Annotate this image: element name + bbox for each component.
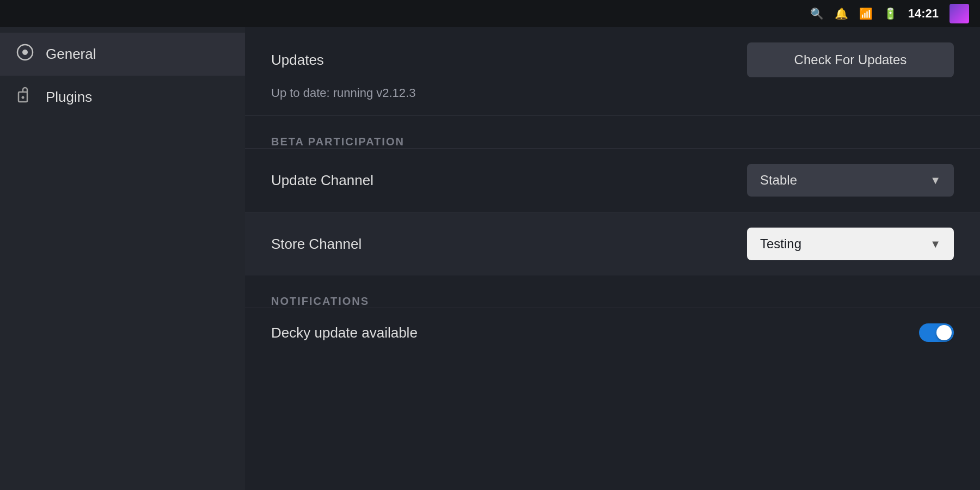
sidebar-item-plugins[interactable]: Plugins [0,76,245,119]
notifications-heading: NOTIFICATIONS [271,295,369,307]
beta-heading: BETA PARTICIPATION [271,136,405,148]
sidebar-item-general[interactable]: General [0,33,245,76]
decky-update-toggle[interactable] [919,323,954,342]
update-status: Up to date: running v2.12.3 [271,86,954,100]
plugins-icon [15,87,35,108]
update-channel-value: Stable [760,173,797,188]
toggle-thumb [936,325,952,340]
wifi-icon: 📶 [859,7,873,20]
store-channel-value: Testing [760,236,801,252]
toggle-track [919,323,954,342]
updates-label: Updates [271,52,324,69]
topbar: 🔍 🔔 📶 🔋 14:21 [0,0,980,27]
main-layout: General Plugins Updates Check For Update… [0,27,980,490]
updates-row: Updates Check For Updates [271,42,954,77]
notification-icon[interactable]: 🔔 [835,7,848,20]
search-icon[interactable]: 🔍 [810,7,824,20]
sidebar-label-plugins: Plugins [46,89,92,106]
decky-update-row: Decky update available [245,308,980,357]
beta-section: BETA PARTICIPATION [245,116,980,148]
content-area: Updates Check For Updates Up to date: ru… [245,27,980,490]
sidebar: General Plugins [0,27,245,490]
avatar[interactable] [950,4,969,23]
store-channel-arrow-icon: ▼ [930,238,941,250]
notifications-section: NOTIFICATIONS [245,275,980,308]
general-icon [15,44,35,65]
store-channel-row: Store Channel Testing ▼ [245,212,980,275]
store-channel-label: Store Channel [271,236,362,253]
battery-icon: 🔋 [884,7,897,20]
update-channel-label: Update Channel [271,172,373,189]
sidebar-label-general: General [46,46,96,63]
updates-section: Updates Check For Updates Up to date: ru… [245,27,980,116]
topbar-time: 14:21 [908,7,939,21]
check-updates-button[interactable]: Check For Updates [747,42,954,77]
update-channel-dropdown[interactable]: Stable ▼ [747,164,954,197]
svg-point-3 [22,96,24,99]
store-channel-dropdown[interactable]: Testing ▼ [747,228,954,260]
svg-point-1 [22,50,28,55]
update-channel-arrow-icon: ▼ [930,174,941,187]
decky-update-label: Decky update available [271,324,418,341]
update-channel-row: Update Channel Stable ▼ [245,148,980,212]
